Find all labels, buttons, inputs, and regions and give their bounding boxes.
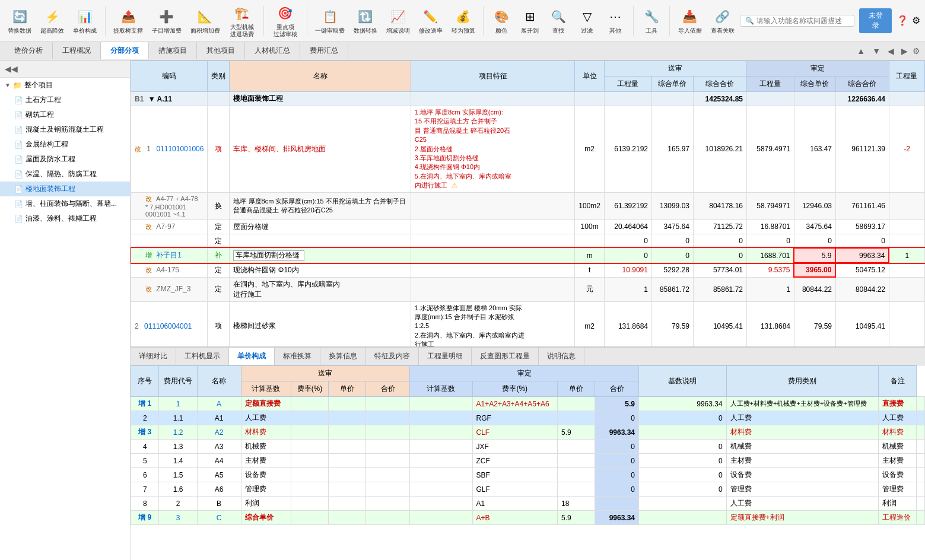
bth-shending-jishu: 计算基数 [410, 381, 472, 397]
brow8-shending-hejia [639, 497, 727, 511]
sidebar-item-insulation[interactable]: 📄 保温、隔热、防腐工程 [0, 167, 130, 182]
brow5-shending-feilvl [558, 454, 595, 468]
brow7-code: A6 [197, 482, 241, 497]
row7-shending-hj: 80844.22 [835, 277, 889, 301]
color-label: 颜色 [495, 27, 507, 34]
row7-feature [411, 277, 575, 301]
tab-cost-analysis[interactable]: 造价分析 [5, 42, 53, 59]
tab-fee-summary[interactable]: 费用汇总 [300, 42, 348, 59]
nav-arrow-right[interactable]: ▶ [899, 45, 910, 57]
tools-btn[interactable]: 🔧 工具 [638, 5, 665, 37]
brow2-shenr-jishu [291, 411, 328, 425]
row1-diff: -2 [889, 106, 924, 193]
nav-arrow-down[interactable]: ▼ [870, 45, 883, 57]
sidebar-item-wall[interactable]: 📄 墙、柱面装饰与隔断、幕墙... [0, 196, 130, 211]
brow3-shending-feilvl: 5.9 [558, 425, 595, 440]
other-btn[interactable]: ⋯ 其他 [602, 5, 628, 37]
extract-support-btn[interactable]: 📤 提取树支撑 [110, 5, 147, 37]
increase-decrease-btn[interactable]: 📈 增减说明 [383, 5, 413, 37]
tab-project-overview[interactable]: 工程概况 [53, 42, 101, 59]
help-icon[interactable]: ❓ [897, 15, 908, 26]
tab-sub-item[interactable]: 分部分项 [101, 42, 149, 59]
sidebar-item-masonry[interactable]: 📄 砌筑工程 [0, 107, 130, 122]
brow9-shenr-hejia [410, 511, 472, 525]
view-relation-label: 查看关联 [711, 27, 735, 34]
unit-composition-btn[interactable]: 📊 单价构成 [70, 5, 100, 37]
brow3-code[interactable]: A2 [197, 425, 241, 440]
bth-shending: 审定 [410, 366, 639, 381]
row6-shenr-dj: 5292.28 [651, 263, 693, 277]
large-machine-btn[interactable]: 🏗️ 大型机械进退场费 [225, 1, 259, 40]
data-convert-btn[interactable]: 🔃 数据转换 [351, 5, 381, 37]
bottom-table-row: 2 1.1 A1 人工费 RGF 0 0 人工费 [131, 411, 925, 425]
brow2-shenr-danjia [366, 411, 410, 425]
col-shenr-gongchengliang: 工程量 [604, 77, 651, 92]
item-add-fee-icon: ➕ [157, 7, 176, 26]
one-click-btn[interactable]: 📋 一键审取费 [312, 5, 348, 37]
row3-shenr-dj: 3475.64 [651, 219, 693, 234]
brow4-feecode: 1.3 [159, 440, 197, 454]
brow2-seq: 2 [131, 411, 159, 425]
sidebar-item-paint[interactable]: 📄 油漆、涂料、裱糊工程 [0, 211, 130, 226]
row8-shenr-hj: 10495.41 [693, 301, 746, 346]
tab-standard-calc[interactable]: 标准换算 [275, 348, 320, 365]
sidebar-item-floor[interactable]: 📄 楼地面装饰工程 [0, 182, 130, 196]
tab-work-quantity[interactable]: 工程量明细 [419, 348, 472, 365]
tab-reverse-check[interactable]: 反查图形工程量 [472, 348, 539, 365]
brow6-name: 设备费 [241, 468, 291, 482]
expand-btn[interactable]: ⊞ 展开到 [517, 5, 543, 37]
section-expand-icon[interactable]: ▼ [148, 95, 155, 103]
super-efficiency-btn[interactable]: ⚡ 超高降效 [37, 5, 68, 37]
nav-settings-icon[interactable]: ⚙ [913, 46, 920, 56]
brow7-shending-jishu: GLF [472, 482, 557, 497]
large-machine-icon: 🏗️ [233, 4, 252, 23]
color-btn[interactable]: 🎨 颜色 [488, 5, 514, 37]
brow4-shending-hejia: 0 [639, 440, 727, 454]
search-box[interactable]: 🔍 [740, 15, 854, 27]
tab-labor-material[interactable]: 人材机汇总 [245, 42, 300, 59]
row2-shenr-gl: 61.392192 [604, 192, 651, 219]
tab-feature-content[interactable]: 特征及内容 [366, 348, 419, 365]
brow3-shending-jishu: CLF [472, 425, 557, 440]
item-add-fee-btn[interactable]: ➕ 子目增加费 [149, 5, 185, 37]
search-input[interactable] [756, 17, 845, 25]
sidebar-collapse-btn[interactable]: ◀◀ [2, 63, 20, 75]
tab-detail-compare[interactable]: 详细对比 [131, 348, 176, 365]
find-btn[interactable]: 🔍 查找 [545, 5, 571, 37]
replace-data-btn[interactable]: 🔄 替换数据 [5, 5, 35, 37]
tab-description[interactable]: 说明信息 [539, 348, 584, 365]
filter-btn[interactable]: ▽ 过滤 [574, 5, 600, 37]
key-items-btn[interactable]: 🎯 重点项过滤审核 [269, 1, 302, 40]
row3-unit: 100m [575, 219, 605, 234]
brow9-code[interactable]: C [197, 511, 241, 525]
nav-arrow-up[interactable]: ▲ [854, 45, 867, 57]
nav-arrow-left[interactable]: ◀ [885, 45, 897, 57]
tab-measure-items[interactable]: 措施项目 [149, 42, 197, 59]
tab-labor-material[interactable]: 工料机显示 [176, 348, 229, 365]
settings-icon[interactable]: ⚙ [912, 15, 920, 26]
import-basis-btn[interactable]: 📥 导入依据 [675, 5, 705, 37]
brow9-shenr-danjia [366, 511, 410, 525]
area-add-fee-btn[interactable]: 📐 面积增加费 [187, 5, 223, 37]
login-button[interactable]: 未登录 [859, 8, 892, 33]
row5-name-input[interactable] [233, 250, 304, 261]
sidebar-item-concrete[interactable]: 📄 混凝土及钢筋混凝土工程 [0, 122, 130, 137]
sidebar-item-metal[interactable]: 📄 金属结构工程 [0, 137, 130, 152]
view-relation-btn[interactable]: 🔗 查看关联 [707, 5, 738, 37]
brow2-feecode: 1.1 [159, 411, 197, 425]
col-shending-danjia: 综合单价 [794, 77, 835, 92]
sidebar-item-earthwork[interactable]: 📄 土石方工程 [0, 93, 130, 107]
brow7-beizhu [917, 482, 925, 497]
bth-beizhu: 备注 [878, 366, 916, 397]
sidebar-item-whole-project[interactable]: ▼ 📁 整个项目 [0, 78, 130, 93]
row6-diff [889, 263, 924, 277]
sidebar-item-roof[interactable]: 📄 屋面及防水工程 [0, 152, 130, 167]
nav-arrows: ▲ ▼ ◀ ▶ ⚙ [854, 45, 920, 57]
tab-other-items[interactable]: 其他项目 [197, 42, 245, 59]
tab-calc-info[interactable]: 换算信息 [320, 348, 366, 365]
modify-rate-btn[interactable]: ✏️ 修改送率 [415, 5, 446, 37]
row8-shending-dj: 79.59 [794, 301, 835, 346]
convert-budget-btn[interactable]: 💰 转为预算 [448, 5, 478, 37]
brow1-code[interactable]: A [197, 397, 241, 411]
tab-unit-composition[interactable]: 单价构成 [229, 348, 275, 365]
